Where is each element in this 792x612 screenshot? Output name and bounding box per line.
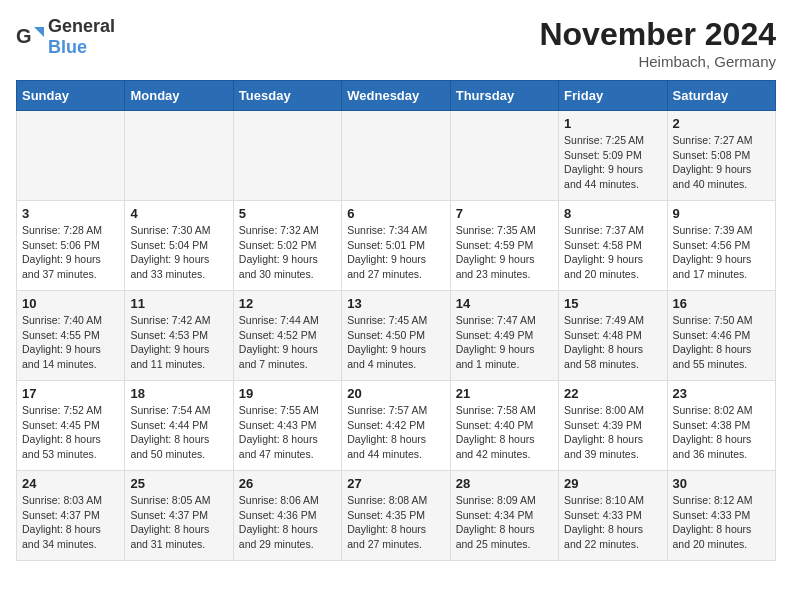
logo-text: General Blue (48, 16, 115, 58)
day-number: 3 (22, 206, 119, 221)
day-number: 19 (239, 386, 336, 401)
calendar-cell: 21Sunrise: 7:58 AM Sunset: 4:40 PM Dayli… (450, 381, 558, 471)
calendar-cell: 18Sunrise: 7:54 AM Sunset: 4:44 PM Dayli… (125, 381, 233, 471)
day-info: Sunrise: 7:30 AM Sunset: 5:04 PM Dayligh… (130, 223, 227, 282)
day-number: 23 (673, 386, 770, 401)
week-row-4: 17Sunrise: 7:52 AM Sunset: 4:45 PM Dayli… (17, 381, 776, 471)
day-header-monday: Monday (125, 81, 233, 111)
day-info: Sunrise: 7:58 AM Sunset: 4:40 PM Dayligh… (456, 403, 553, 462)
day-number: 27 (347, 476, 444, 491)
day-number: 9 (673, 206, 770, 221)
day-info: Sunrise: 7:42 AM Sunset: 4:53 PM Dayligh… (130, 313, 227, 372)
day-number: 25 (130, 476, 227, 491)
calendar-cell: 12Sunrise: 7:44 AM Sunset: 4:52 PM Dayli… (233, 291, 341, 381)
week-row-3: 10Sunrise: 7:40 AM Sunset: 4:55 PM Dayli… (17, 291, 776, 381)
day-info: Sunrise: 8:05 AM Sunset: 4:37 PM Dayligh… (130, 493, 227, 552)
calendar-cell: 25Sunrise: 8:05 AM Sunset: 4:37 PM Dayli… (125, 471, 233, 561)
day-info: Sunrise: 7:47 AM Sunset: 4:49 PM Dayligh… (456, 313, 553, 372)
day-number: 14 (456, 296, 553, 311)
day-number: 15 (564, 296, 661, 311)
day-info: Sunrise: 7:40 AM Sunset: 4:55 PM Dayligh… (22, 313, 119, 372)
calendar-cell: 26Sunrise: 8:06 AM Sunset: 4:36 PM Dayli… (233, 471, 341, 561)
calendar-cell: 5Sunrise: 7:32 AM Sunset: 5:02 PM Daylig… (233, 201, 341, 291)
calendar-cell: 8Sunrise: 7:37 AM Sunset: 4:58 PM Daylig… (559, 201, 667, 291)
day-number: 29 (564, 476, 661, 491)
calendar-cell: 22Sunrise: 8:00 AM Sunset: 4:39 PM Dayli… (559, 381, 667, 471)
header-row: SundayMondayTuesdayWednesdayThursdayFrid… (17, 81, 776, 111)
day-info: Sunrise: 7:49 AM Sunset: 4:48 PM Dayligh… (564, 313, 661, 372)
calendar-cell: 7Sunrise: 7:35 AM Sunset: 4:59 PM Daylig… (450, 201, 558, 291)
day-info: Sunrise: 8:08 AM Sunset: 4:35 PM Dayligh… (347, 493, 444, 552)
week-row-1: 1Sunrise: 7:25 AM Sunset: 5:09 PM Daylig… (17, 111, 776, 201)
day-number: 6 (347, 206, 444, 221)
calendar-cell: 9Sunrise: 7:39 AM Sunset: 4:56 PM Daylig… (667, 201, 775, 291)
svg-marker-1 (34, 27, 44, 37)
calendar-cell: 2Sunrise: 7:27 AM Sunset: 5:08 PM Daylig… (667, 111, 775, 201)
week-row-5: 24Sunrise: 8:03 AM Sunset: 4:37 PM Dayli… (17, 471, 776, 561)
calendar-cell: 19Sunrise: 7:55 AM Sunset: 4:43 PM Dayli… (233, 381, 341, 471)
day-number: 18 (130, 386, 227, 401)
day-info: Sunrise: 7:32 AM Sunset: 5:02 PM Dayligh… (239, 223, 336, 282)
day-number: 17 (22, 386, 119, 401)
day-info: Sunrise: 8:10 AM Sunset: 4:33 PM Dayligh… (564, 493, 661, 552)
day-info: Sunrise: 7:57 AM Sunset: 4:42 PM Dayligh… (347, 403, 444, 462)
calendar-cell: 14Sunrise: 7:47 AM Sunset: 4:49 PM Dayli… (450, 291, 558, 381)
day-info: Sunrise: 8:06 AM Sunset: 4:36 PM Dayligh… (239, 493, 336, 552)
calendar-cell (342, 111, 450, 201)
day-info: Sunrise: 8:12 AM Sunset: 4:33 PM Dayligh… (673, 493, 770, 552)
svg-text:G: G (16, 25, 32, 47)
calendar-cell: 30Sunrise: 8:12 AM Sunset: 4:33 PM Dayli… (667, 471, 775, 561)
day-number: 2 (673, 116, 770, 131)
day-info: Sunrise: 7:35 AM Sunset: 4:59 PM Dayligh… (456, 223, 553, 282)
day-number: 5 (239, 206, 336, 221)
day-info: Sunrise: 8:00 AM Sunset: 4:39 PM Dayligh… (564, 403, 661, 462)
calendar-cell: 3Sunrise: 7:28 AM Sunset: 5:06 PM Daylig… (17, 201, 125, 291)
calendar-cell: 10Sunrise: 7:40 AM Sunset: 4:55 PM Dayli… (17, 291, 125, 381)
day-number: 7 (456, 206, 553, 221)
calendar-cell: 11Sunrise: 7:42 AM Sunset: 4:53 PM Dayli… (125, 291, 233, 381)
day-number: 12 (239, 296, 336, 311)
day-info: Sunrise: 7:27 AM Sunset: 5:08 PM Dayligh… (673, 133, 770, 192)
logo: G General Blue (16, 16, 115, 58)
day-header-wednesday: Wednesday (342, 81, 450, 111)
calendar-cell: 27Sunrise: 8:08 AM Sunset: 4:35 PM Dayli… (342, 471, 450, 561)
day-info: Sunrise: 7:52 AM Sunset: 4:45 PM Dayligh… (22, 403, 119, 462)
title-block: November 2024 Heimbach, Germany (539, 16, 776, 70)
logo-icon: G (16, 23, 44, 51)
day-number: 24 (22, 476, 119, 491)
calendar-cell (450, 111, 558, 201)
day-header-tuesday: Tuesday (233, 81, 341, 111)
day-number: 21 (456, 386, 553, 401)
calendar-table: SundayMondayTuesdayWednesdayThursdayFrid… (16, 80, 776, 561)
calendar-cell: 1Sunrise: 7:25 AM Sunset: 5:09 PM Daylig… (559, 111, 667, 201)
logo-general: General (48, 16, 115, 36)
day-number: 20 (347, 386, 444, 401)
calendar-cell: 15Sunrise: 7:49 AM Sunset: 4:48 PM Dayli… (559, 291, 667, 381)
day-number: 22 (564, 386, 661, 401)
calendar-cell (17, 111, 125, 201)
day-number: 10 (22, 296, 119, 311)
calendar-cell (233, 111, 341, 201)
day-header-thursday: Thursday (450, 81, 558, 111)
calendar-cell (125, 111, 233, 201)
day-info: Sunrise: 8:09 AM Sunset: 4:34 PM Dayligh… (456, 493, 553, 552)
month-title: November 2024 (539, 16, 776, 53)
location: Heimbach, Germany (539, 53, 776, 70)
day-info: Sunrise: 8:03 AM Sunset: 4:37 PM Dayligh… (22, 493, 119, 552)
day-info: Sunrise: 7:25 AM Sunset: 5:09 PM Dayligh… (564, 133, 661, 192)
day-number: 28 (456, 476, 553, 491)
day-number: 26 (239, 476, 336, 491)
calendar-cell: 23Sunrise: 8:02 AM Sunset: 4:38 PM Dayli… (667, 381, 775, 471)
day-info: Sunrise: 7:34 AM Sunset: 5:01 PM Dayligh… (347, 223, 444, 282)
day-info: Sunrise: 8:02 AM Sunset: 4:38 PM Dayligh… (673, 403, 770, 462)
day-info: Sunrise: 7:55 AM Sunset: 4:43 PM Dayligh… (239, 403, 336, 462)
day-info: Sunrise: 7:44 AM Sunset: 4:52 PM Dayligh… (239, 313, 336, 372)
day-number: 4 (130, 206, 227, 221)
day-number: 16 (673, 296, 770, 311)
day-info: Sunrise: 7:50 AM Sunset: 4:46 PM Dayligh… (673, 313, 770, 372)
day-info: Sunrise: 7:45 AM Sunset: 4:50 PM Dayligh… (347, 313, 444, 372)
day-info: Sunrise: 7:54 AM Sunset: 4:44 PM Dayligh… (130, 403, 227, 462)
calendar-cell: 20Sunrise: 7:57 AM Sunset: 4:42 PM Dayli… (342, 381, 450, 471)
day-number: 30 (673, 476, 770, 491)
day-number: 11 (130, 296, 227, 311)
